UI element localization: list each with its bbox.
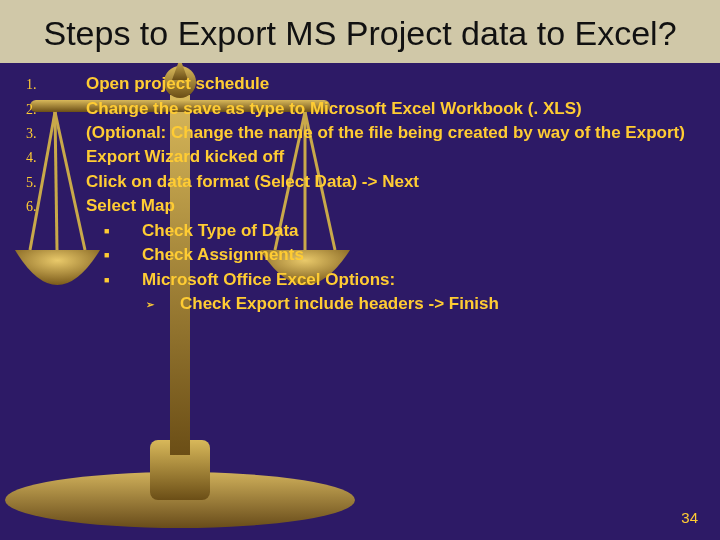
list-number: 6. [26, 195, 86, 216]
sub-list-1: ■ Check Type of Data ■ Check Assignments… [26, 220, 694, 291]
list-item: ■ Check Assignments [104, 244, 694, 266]
list-item: 2. Change the save as type to Microsoft … [26, 98, 694, 120]
sub-list-2: ➢ Check Export include headers -> Finish [26, 293, 694, 315]
square-bullet-icon: ■ [104, 220, 142, 238]
list-number: 1. [26, 73, 86, 94]
content-area: 1. Open project schedule 2. Change the s… [0, 63, 720, 315]
main-list: 1. Open project schedule 2. Change the s… [26, 73, 694, 218]
list-text: Microsoft Office Excel Options: [142, 269, 694, 291]
list-text: Export Wizard kicked off [86, 146, 694, 168]
list-item: ■ Microsoft Office Excel Options: [104, 269, 694, 291]
list-item: 4. Export Wizard kicked off [26, 146, 694, 168]
list-text: Open project schedule [86, 73, 694, 95]
square-bullet-icon: ■ [104, 244, 142, 262]
list-item: 1. Open project schedule [26, 73, 694, 95]
list-number: 2. [26, 98, 86, 119]
page-title: Steps to Export MS Project data to Excel… [20, 14, 700, 53]
list-item: 6. Select Map [26, 195, 694, 217]
triangle-bullet-icon: ➢ [146, 293, 180, 311]
list-item: ■ Check Type of Data [104, 220, 694, 242]
list-text: Change the save as type to Microsoft Exc… [86, 98, 694, 120]
list-text: Select Map [86, 195, 694, 217]
list-number: 4. [26, 146, 86, 167]
list-item: 3. (Optional: Change the name of the fil… [26, 122, 694, 144]
list-text: Click on data format (Select Data) -> Ne… [86, 171, 694, 193]
title-band: Steps to Export MS Project data to Excel… [0, 0, 720, 63]
list-number: 5. [26, 171, 86, 192]
list-text: Check Type of Data [142, 220, 694, 242]
svg-rect-1 [150, 440, 210, 500]
list-text: Check Assignments [142, 244, 694, 266]
list-text: Check Export include headers -> Finish [180, 293, 694, 315]
list-number: 3. [26, 122, 86, 143]
svg-point-0 [5, 472, 355, 528]
list-item: 5. Click on data format (Select Data) ->… [26, 171, 694, 193]
page-number: 34 [681, 509, 698, 526]
list-text: (Optional: Change the name of the file b… [86, 122, 694, 144]
list-item: ➢ Check Export include headers -> Finish [146, 293, 694, 315]
square-bullet-icon: ■ [104, 269, 142, 287]
